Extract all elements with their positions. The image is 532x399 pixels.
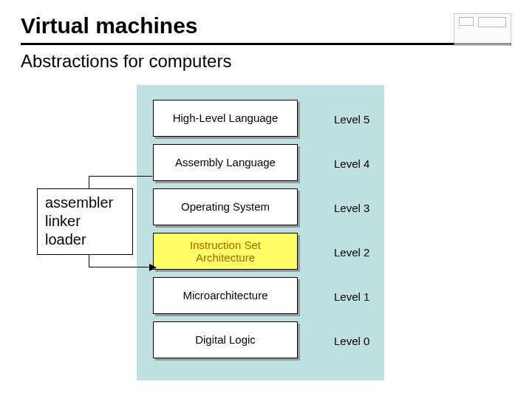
arrowhead-icon (149, 264, 157, 271)
layer-isa: Instruction SetArchitecture (153, 233, 298, 270)
layer-os: Operating System (153, 188, 298, 225)
level-label: Level 2 (334, 246, 369, 259)
layer-asm: Assembly Language (153, 144, 298, 181)
layer-label: Operating System (153, 188, 298, 225)
connector-bottom (89, 255, 152, 267)
layer-label: High-Level Language (153, 100, 298, 137)
layer-hll: High-Level Language (153, 100, 298, 137)
slide: Virtual machines Abstractions for comput… (0, 0, 532, 399)
layer-label: Microarchitecture (153, 277, 298, 314)
level-label: Level 1 (334, 290, 369, 303)
callout-assembler: assembler linker loader (37, 188, 133, 255)
level-label: Level 0 (334, 335, 369, 347)
diagram-panel: High-Level Language Level 5 Assembly Lan… (137, 85, 384, 381)
slide-subtitle: Abstractions for computers (21, 51, 511, 72)
level-label: Level 4 (334, 157, 369, 170)
level-label: Level 5 (334, 113, 369, 126)
layer-label: Instruction SetArchitecture (153, 233, 298, 270)
title-divider (21, 43, 511, 45)
layer-digital-logic: Digital Logic (153, 321, 298, 358)
corner-decoration (454, 13, 511, 46)
layer-stack: High-Level Language Level 5 Assembly Lan… (153, 100, 298, 366)
connector-top (89, 176, 152, 188)
layer-microarch: Microarchitecture (153, 277, 298, 314)
layer-label: Digital Logic (153, 321, 298, 358)
callout-line: linker (45, 212, 125, 231)
callout-line: assembler (45, 194, 125, 212)
slide-title: Virtual machines (21, 13, 511, 38)
layer-label: Assembly Language (153, 144, 298, 181)
level-label: Level 3 (334, 202, 369, 214)
callout-line: loader (45, 231, 125, 249)
